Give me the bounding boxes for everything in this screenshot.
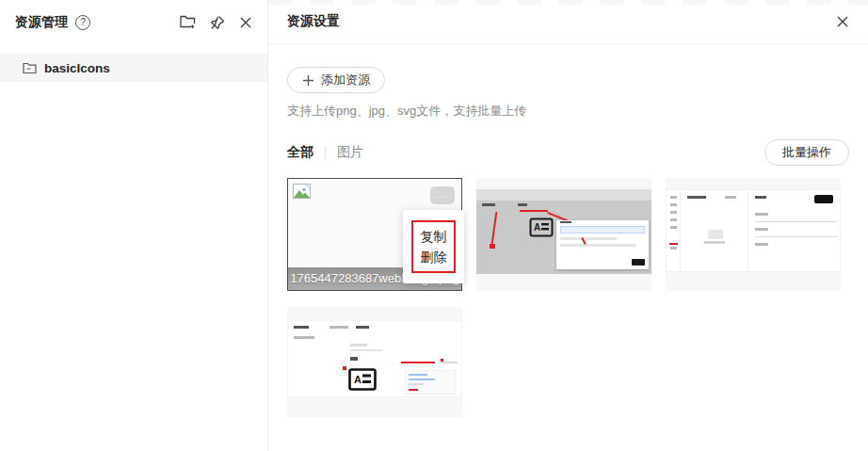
image-placeholder-icon: A [529,217,554,237]
resource-manager-sidebar: 资源管理 ? basicIcons [0,0,268,451]
sidebar-close-icon[interactable] [239,16,252,29]
resource-card-2[interactable]: A [476,178,651,291]
tab-separator [325,146,326,159]
tab-images[interactable]: 图片 [337,144,363,161]
thumbnail-dialog-sketch [556,220,649,269]
sidebar-item-basicicons[interactable]: basicIcons [0,54,267,82]
thumbnail-button-sketch [814,195,833,203]
resource-card-4[interactable]: A [287,307,462,418]
panel-header: 资源设置 [268,0,868,44]
panel-close-icon[interactable] [836,15,849,28]
card-context-menu: 复制 删除 [403,210,464,283]
image-placeholder-icon: A [348,368,377,391]
plus-icon [302,74,314,87]
upload-hint: 支持上传png、jpg、svg文件，支持批量上传 [287,103,849,120]
menu-item-delete[interactable]: 删除 [413,247,454,267]
resource-settings-panel: 资源设置 添加资源 支持上传png、jpg、svg文件，支持批量上传 全部 图片… [268,0,868,451]
resource-card-3[interactable] [666,178,841,291]
sidebar-header-actions [180,15,252,30]
add-folder-icon[interactable] [180,15,196,29]
sidebar-header: 资源管理 ? [0,0,267,44]
pin-icon[interactable] [210,15,225,30]
add-resource-button[interactable]: 添加资源 [287,67,385,93]
resource-grid: ... 复制 删除 1765447283687webImage.png [287,178,852,418]
sidebar-item-label: basicIcons [44,61,110,75]
panel-body: 添加资源 支持上传png、jpg、svg文件，支持批量上传 全部 图片 批量操作 [268,44,868,418]
svg-text:A: A [534,222,540,233]
sidebar-title: 资源管理 [15,14,68,31]
thumbnail-image: A [476,189,651,274]
annotation-red-box: 复制 删除 [411,220,456,273]
folder-icon [23,62,37,74]
more-icon[interactable]: ... [430,186,455,204]
panel-title: 资源设置 [287,13,340,30]
add-resource-label: 添加资源 [321,72,370,89]
filter-row: 全部 图片 批量操作 [287,139,849,166]
thumbnail-image: A [287,320,462,397]
broken-image-icon [293,184,311,199]
menu-item-copy[interactable]: 复制 [413,226,454,247]
resource-manager-window: 资源管理 ? basicIcons [0,0,868,451]
tab-all[interactable]: 全部 [287,144,313,161]
help-icon[interactable]: ? [75,15,90,30]
resource-card-1[interactable]: ... 复制 删除 1765447283687webImage.png [287,178,462,291]
thumbnail-image [666,189,841,272]
batch-action-button[interactable]: 批量操作 [764,139,849,166]
svg-text:A: A [354,374,362,385]
